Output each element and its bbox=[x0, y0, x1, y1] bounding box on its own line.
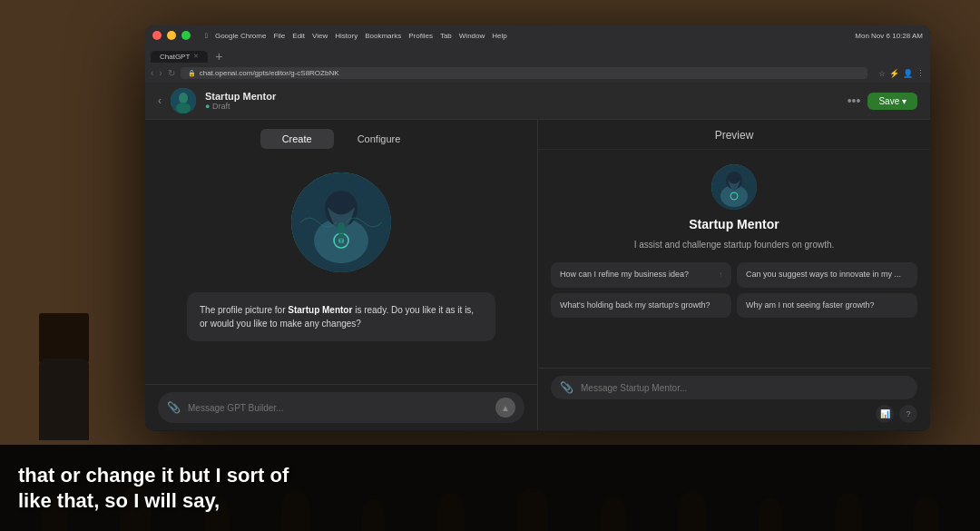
gpt-name-bold: Startup Mentor bbox=[288, 305, 352, 315]
menu-profiles[interactable]: Profiles bbox=[408, 32, 433, 40]
menu-google-chrome[interactable]: Google Chrome bbox=[215, 32, 266, 40]
mac-menu:  Google Chrome File Edit View History B… bbox=[205, 32, 507, 40]
preview-description: I assist and challenge startup founders … bbox=[634, 239, 835, 251]
attach-icon[interactable]: 📎 bbox=[167, 401, 181, 414]
mac-window:  Google Chrome File Edit View History B… bbox=[145, 25, 930, 431]
minimize-dot[interactable] bbox=[167, 31, 176, 40]
menu-icon[interactable]: ⋮ bbox=[916, 69, 925, 78]
configure-tab[interactable]: Configure bbox=[336, 129, 423, 149]
tab-close-icon[interactable]: ✕ bbox=[193, 53, 199, 60]
url-text: chat.openai.com/gpts/editor/g-cS8ROZbNK bbox=[200, 69, 339, 77]
create-tab[interactable]: Create bbox=[260, 129, 334, 149]
message-text: The profile picture for Startup Mentor i… bbox=[200, 305, 474, 329]
preview-header: Preview bbox=[538, 120, 930, 150]
presenter-body bbox=[39, 359, 89, 440]
datetime: Mon Nov 6 10:28 AM bbox=[855, 32, 923, 40]
gpt-avatar-large bbox=[291, 172, 391, 272]
browser-actions: ☆ ⚡ 👤 ⋮ bbox=[878, 69, 925, 78]
gpt-title-area: Startup Mentor ● Draft bbox=[205, 91, 838, 111]
help-button[interactable]: ? bbox=[899, 405, 917, 423]
left-panel: Create Configure bbox=[145, 120, 538, 430]
left-panel-content: The profile picture for Startup Mentor i… bbox=[145, 154, 537, 384]
menu-history[interactable]: History bbox=[335, 32, 358, 40]
chip-4[interactable]: Why am I not seeing faster growth? bbox=[737, 293, 917, 319]
bookmark-icon[interactable]: ☆ bbox=[878, 69, 886, 78]
chip-3-text: What's holding back my startup's growth? bbox=[560, 300, 710, 311]
right-panel: Preview Startup Mentor I assist and bbox=[538, 120, 930, 430]
close-dot[interactable] bbox=[152, 31, 162, 40]
url-bar[interactable]: 🔒 chat.openai.com/gpts/editor/g-cS8ROZbN… bbox=[181, 67, 867, 79]
presenter-area bbox=[27, 313, 100, 445]
menu-window[interactable]: Window bbox=[459, 32, 485, 40]
preview-avatar-svg bbox=[711, 164, 757, 210]
subtitle-line-2: like that, so I will say, bbox=[18, 488, 962, 515]
maximize-dot[interactable] bbox=[181, 31, 191, 40]
chip-1-arrow-icon: ↑ bbox=[719, 270, 722, 280]
preview-message-input[interactable] bbox=[581, 383, 908, 393]
preview-input-actions: 📊 ? bbox=[551, 405, 917, 423]
save-button[interactable]: Save ▾ bbox=[867, 93, 917, 110]
menu-bookmarks[interactable]: Bookmarks bbox=[365, 32, 401, 40]
chip-4-text: Why am I not seeing faster growth? bbox=[746, 300, 875, 311]
chip-1[interactable]: How can I refine my business idea? ↑ bbox=[551, 262, 731, 288]
menu-view[interactable]: View bbox=[312, 32, 328, 40]
forward-button[interactable]: › bbox=[159, 68, 162, 78]
subtitle-line-1: that or change it but I sort of bbox=[18, 463, 962, 489]
back-button[interactable]: ‹ bbox=[158, 94, 162, 107]
preview-message-container: 📎 bbox=[551, 376, 917, 399]
preview-attach-icon[interactable]: 📎 bbox=[560, 381, 573, 394]
create-message: The profile picture for Startup Mentor i… bbox=[187, 292, 495, 341]
menu-help[interactable]: Help bbox=[492, 32, 506, 40]
app-header: ‹ Startup Mentor ● Draft ••• Save ▾ bbox=[145, 83, 930, 120]
preview-content: Startup Mentor I assist and challenge st… bbox=[538, 150, 930, 368]
gpt-name: Startup Mentor bbox=[205, 91, 838, 102]
profile-icon[interactable]: 👤 bbox=[903, 69, 913, 78]
header-actions: ••• Save ▾ bbox=[848, 93, 917, 110]
main-panels: Create Configure bbox=[145, 120, 930, 430]
svg-point-2 bbox=[176, 103, 191, 113]
svg-point-1 bbox=[179, 93, 188, 103]
mac-titlebar:  Google Chrome File Edit View History B… bbox=[145, 25, 930, 45]
app-content: ‹ Startup Mentor ● Draft ••• Save ▾ bbox=[145, 83, 930, 430]
reload-button[interactable]: ↻ bbox=[168, 68, 175, 78]
active-tab[interactable]: ChatGPT ✕ bbox=[151, 51, 208, 63]
back-button[interactable]: ‹ bbox=[151, 68, 153, 78]
draft-dot: ● bbox=[205, 102, 210, 111]
draft-badge: ● Draft bbox=[205, 102, 838, 111]
new-tab-button[interactable]: + bbox=[211, 49, 226, 64]
browser-chrome: ChatGPT ✕ + ‹ › ↻ 🔒 chat.openai.com/gpts… bbox=[145, 45, 930, 83]
preview-input-area: 📎 📊 ? bbox=[538, 368, 930, 430]
podium bbox=[39, 313, 89, 363]
chip-1-text: How can I refine my business idea? bbox=[560, 270, 689, 280]
extension-icon[interactable]: ⚡ bbox=[889, 69, 899, 78]
gpt-avatar-small bbox=[171, 88, 196, 113]
preview-avatar bbox=[711, 164, 757, 210]
subtitles: that or change it but I sort of like tha… bbox=[0, 457, 980, 520]
message-input[interactable] bbox=[188, 403, 488, 413]
chip-2[interactable]: Can you suggest ways to innovate in my .… bbox=[737, 262, 917, 288]
menu-apple[interactable]:  bbox=[205, 32, 208, 40]
draft-label: Draft bbox=[212, 102, 230, 111]
send-button[interactable]: ▲ bbox=[495, 398, 515, 418]
chip-2-text: Can you suggest ways to innovate in my .… bbox=[746, 270, 901, 280]
stats-button[interactable]: 📊 bbox=[876, 405, 894, 423]
chip-3[interactable]: What's holding back my startup's growth? bbox=[551, 293, 731, 319]
message-input-container: 📎 ▲ bbox=[158, 392, 524, 423]
menu-file[interactable]: File bbox=[273, 32, 285, 40]
create-input-area: 📎 ▲ bbox=[145, 384, 537, 430]
menu-tab[interactable]: Tab bbox=[440, 32, 452, 40]
avatar-icon bbox=[171, 88, 196, 113]
suggestion-chips: How can I refine my business idea? ↑ Can… bbox=[551, 262, 917, 318]
panel-tabs: Create Configure bbox=[145, 120, 537, 154]
menu-edit[interactable]: Edit bbox=[292, 32, 305, 40]
browser-nav: ‹ › ↻ 🔒 chat.openai.com/gpts/editor/g-cS… bbox=[151, 67, 925, 79]
large-avatar-svg bbox=[291, 172, 391, 272]
preview-gpt-name: Startup Mentor bbox=[689, 217, 779, 231]
lock-icon: 🔒 bbox=[188, 70, 196, 77]
more-options-button[interactable]: ••• bbox=[848, 93, 861, 108]
browser-tabs: ChatGPT ✕ + bbox=[151, 49, 925, 64]
tab-label: ChatGPT bbox=[160, 53, 190, 61]
